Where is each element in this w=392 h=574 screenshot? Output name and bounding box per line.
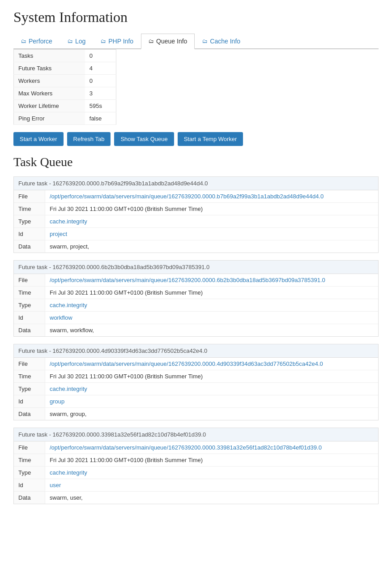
task-type-row: Type cache.integrity: [14, 299, 378, 312]
task-row-value-time: Fri Jul 30 2021 11:00:00 GMT+0100 (Briti…: [45, 203, 378, 215]
stat-value: false: [85, 112, 116, 125]
task-row-label: Id: [14, 479, 45, 491]
tab-queue-info[interactable]: 🗂Queue Info: [141, 34, 195, 49]
task-list: Future task - 1627639200.0000.b7b69a2f99…: [13, 176, 379, 504]
task-block: Future task - 1627639200.0000.33981a32e5…: [13, 428, 379, 504]
stat-label: Workers: [14, 75, 85, 87]
tab-bar: 🗂Perforce🗂Log🗂PHP Info🗂Queue Info🗂Cache …: [13, 34, 379, 49]
task-row-label: Type: [14, 467, 45, 479]
task-row-label: Time: [14, 454, 45, 466]
task-row-label: Time: [14, 203, 45, 215]
task-queue-heading: Task Queue: [13, 155, 379, 169]
task-row-value-time: Fri Jul 30 2021 11:00:00 GMT+0100 (Briti…: [45, 454, 378, 466]
task-data-row: Data swarm, workflow,: [14, 324, 378, 336]
stat-row: Worker Lifetime595s: [14, 100, 116, 112]
page-title: System Information: [13, 9, 379, 26]
tab-icon-log: 🗂: [68, 38, 73, 44]
stat-value: 595s: [85, 100, 116, 112]
task-row-label: Id: [14, 312, 45, 324]
task-row-value-file: /opt/perforce/swarm/data/servers/main/qu…: [45, 274, 378, 286]
stat-label: Worker Lifetime: [14, 100, 85, 112]
task-row-value-id: group: [45, 395, 378, 407]
task-block: Future task - 1627639200.0000.b7b69a2f99…: [13, 176, 379, 253]
tab-log[interactable]: 🗂Log: [60, 34, 93, 48]
task-row-label: File: [14, 358, 45, 370]
task-row-label: File: [14, 274, 45, 286]
task-row-value-id: project: [45, 228, 378, 240]
tab-icon-php-info: 🗂: [101, 38, 106, 44]
task-file-row: File /opt/perforce/swarm/data/servers/ma…: [14, 441, 378, 454]
task-row-label: Type: [14, 215, 45, 227]
tab-label-perforce: Perforce: [29, 38, 52, 45]
stat-label: Tasks: [14, 50, 85, 62]
stat-value: 0: [85, 75, 116, 87]
task-id-row: Id workflow: [14, 312, 378, 324]
refresh-tab-button[interactable]: Refresh Tab: [67, 132, 111, 146]
stat-row: Workers0: [14, 75, 116, 87]
task-header: Future task - 1627639200.0000.33981a32e5…: [14, 428, 378, 441]
task-id-row: Id user: [14, 479, 378, 492]
tab-label-queue-info: Queue Info: [156, 38, 187, 45]
task-row-value-file: /opt/perforce/swarm/data/servers/main/qu…: [45, 190, 378, 202]
task-header: Future task - 1627639200.0000.6b2b3b0dba…: [14, 261, 378, 274]
task-file-row: File /opt/perforce/swarm/data/servers/ma…: [14, 274, 378, 287]
task-row-label: File: [14, 190, 45, 202]
task-row-value-type: cache.integrity: [45, 215, 378, 227]
task-row-label: Time: [14, 287, 45, 299]
stats-section: Tasks0Future Tasks4Workers0Max Workers3W…: [13, 49, 379, 125]
task-data-row: Data swarm, group,: [14, 408, 378, 420]
tab-label-log: Log: [75, 38, 85, 45]
task-id-row: Id project: [14, 228, 378, 240]
tab-cache-info[interactable]: 🗂Cache Info: [195, 34, 248, 48]
task-row-value-data: swarm, group,: [45, 408, 378, 420]
tab-icon-cache-info: 🗂: [202, 38, 208, 44]
task-rows: File /opt/perforce/swarm/data/servers/ma…: [14, 274, 378, 336]
task-row-label: Type: [14, 383, 45, 395]
stat-value: 0: [85, 50, 116, 62]
task-row-value-id: user: [45, 479, 378, 491]
task-type-row: Type cache.integrity: [14, 467, 378, 479]
task-row-value-time: Fri Jul 30 2021 11:00:00 GMT+0100 (Briti…: [45, 287, 378, 299]
tab-label-cache-info: Cache Info: [210, 38, 240, 45]
task-header: Future task - 1627639200.0000.b7b69a2f99…: [14, 177, 378, 190]
task-row-value-type: cache.integrity: [45, 383, 378, 395]
task-rows: File /opt/perforce/swarm/data/servers/ma…: [14, 358, 378, 420]
task-row-value-id: workflow: [45, 312, 378, 324]
stat-label: Ping Error: [14, 112, 85, 125]
stat-value: 4: [85, 62, 116, 75]
start-worker-button[interactable]: Start a Worker: [13, 132, 64, 146]
stat-row: Future Tasks4: [14, 62, 116, 75]
stat-row: Tasks0: [14, 50, 116, 62]
task-row-value-data: swarm, project,: [45, 240, 378, 253]
tab-perforce[interactable]: 🗂Perforce: [13, 34, 60, 48]
task-block: Future task - 1627639200.0000.6b2b3b0dba…: [13, 260, 379, 337]
task-row-label: File: [14, 441, 45, 454]
task-time-row: Time Fri Jul 30 2021 11:00:00 GMT+0100 (…: [14, 203, 378, 215]
task-time-row: Time Fri Jul 30 2021 11:00:00 GMT+0100 (…: [14, 287, 378, 299]
task-file-row: File /opt/perforce/swarm/data/servers/ma…: [14, 358, 378, 370]
stat-row: Ping Errorfalse: [14, 112, 116, 125]
task-row-label: Type: [14, 299, 45, 311]
task-row-value-type: cache.integrity: [45, 467, 378, 479]
tab-icon-perforce: 🗂: [21, 38, 26, 44]
stat-row: Max Workers3: [14, 87, 116, 100]
task-row-label: Data: [14, 492, 45, 504]
stat-value: 3: [85, 87, 116, 100]
tab-icon-queue-info: 🗂: [149, 38, 154, 44]
stat-label: Future Tasks: [14, 62, 85, 75]
task-header: Future task - 1627639200.0000.4d90339f34…: [14, 344, 378, 358]
tab-php-info[interactable]: 🗂PHP Info: [93, 34, 141, 48]
task-block: Future task - 1627639200.0000.4d90339f34…: [13, 344, 379, 420]
task-time-row: Time Fri Jul 30 2021 11:00:00 GMT+0100 (…: [14, 454, 378, 467]
task-type-row: Type cache.integrity: [14, 215, 378, 228]
task-id-row: Id group: [14, 395, 378, 408]
show-task-queue-button[interactable]: Show Task Queue: [114, 132, 174, 146]
task-row-value-time: Fri Jul 30 2021 11:00:00 GMT+0100 (Briti…: [45, 370, 378, 382]
task-file-row: File /opt/perforce/swarm/data/servers/ma…: [14, 190, 378, 203]
start-temp-worker-button[interactable]: Start a Temp Worker: [178, 132, 243, 146]
task-row-label: Id: [14, 228, 45, 240]
task-data-row: Data swarm, project,: [14, 240, 378, 253]
task-row-label: Id: [14, 395, 45, 407]
task-row-value-data: swarm, workflow,: [45, 324, 378, 336]
stats-table: Tasks0Future Tasks4Workers0Max Workers3W…: [13, 49, 116, 125]
